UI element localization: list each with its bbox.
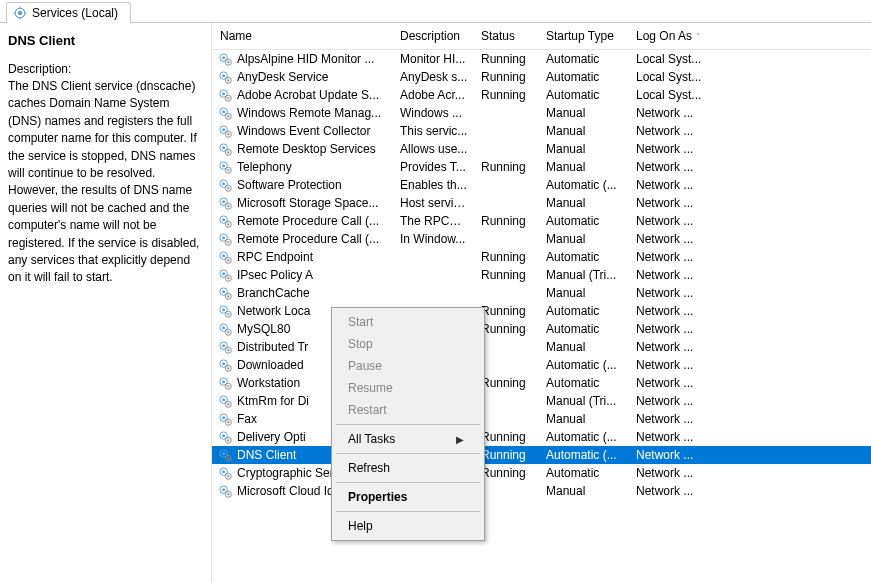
services-table[interactable]: Name Description Status Startup Type Log… <box>212 23 871 500</box>
svg-point-75 <box>222 362 225 365</box>
col-header-status[interactable]: Status <box>475 23 540 50</box>
menu-separator <box>336 424 480 425</box>
service-status: Running <box>475 50 540 69</box>
service-description <box>394 248 475 266</box>
menu-properties[interactable]: Properties <box>334 486 482 508</box>
svg-point-11 <box>222 74 225 77</box>
svg-point-83 <box>222 398 225 401</box>
service-description: Windows ... <box>394 104 475 122</box>
service-name: IPsec Policy A <box>237 268 313 282</box>
table-row[interactable]: IPsec Policy ARunningManual (Tri...Netwo… <box>212 266 871 284</box>
table-row[interactable]: Delivery OptiRunningAutomatic (...Networ… <box>212 428 871 446</box>
svg-point-89 <box>227 421 229 423</box>
service-icon <box>218 286 233 301</box>
service-startup: Automatic <box>540 50 630 69</box>
col-header-logon[interactable]: Log On As˅ <box>630 23 871 50</box>
service-description: Adobe Acr... <box>394 86 475 104</box>
service-icon <box>218 304 233 319</box>
service-startup: Manual <box>540 410 630 428</box>
table-row[interactable]: Cryptographic ServicesProvides t...Runni… <box>212 464 871 482</box>
service-name: Adobe Acrobat Update S... <box>237 88 379 102</box>
service-startup: Manual <box>540 104 630 122</box>
table-row[interactable]: Windows Event CollectorThis servic...Man… <box>212 122 871 140</box>
service-status: Running <box>475 68 540 86</box>
service-icon <box>218 358 233 373</box>
table-row[interactable]: Software ProtectionEnables th...Automati… <box>212 176 871 194</box>
service-description: The RPCSS... <box>394 212 475 230</box>
table-row[interactable]: DownloadedAutomatic (...Network ... <box>212 356 871 374</box>
table-row[interactable]: WorkstationRunningAutomaticNetwork ... <box>212 374 871 392</box>
service-icon <box>218 466 233 481</box>
table-row[interactable]: Microsoft Storage Space...Host servic...… <box>212 194 871 212</box>
svg-point-87 <box>222 416 225 419</box>
table-row[interactable]: Distributed TrManualNetwork ... <box>212 338 871 356</box>
table-row[interactable]: Remote Procedure Call (...In Window...Ma… <box>212 230 871 248</box>
service-startup: Automatic (... <box>540 428 630 446</box>
table-row[interactable]: Remote Desktop ServicesAllows use...Manu… <box>212 140 871 158</box>
table-row[interactable]: AnyDesk ServiceAnyDesk s...RunningAutoma… <box>212 68 871 86</box>
selected-service-title: DNS Client <box>8 33 203 48</box>
service-logon: Network ... <box>630 446 871 464</box>
menu-separator <box>336 482 480 483</box>
table-row[interactable]: Network LocaRunningAutomaticNetwork ... <box>212 302 871 320</box>
table-row[interactable]: KtmRm for DiManual (Tri...Network ... <box>212 392 871 410</box>
table-row[interactable]: Microsoft Cloud Identity ...Supports i..… <box>212 482 871 500</box>
service-description: Host servic... <box>394 194 475 212</box>
menu-resume[interactable]: Resume <box>334 377 482 399</box>
table-row[interactable]: MySQL80RunningAutomaticNetwork ... <box>212 320 871 338</box>
menu-restart[interactable]: Restart <box>334 399 482 421</box>
service-name: Distributed Tr <box>237 340 308 354</box>
service-startup: Manual <box>540 158 630 176</box>
svg-point-51 <box>222 254 225 257</box>
service-name: Network Loca <box>237 304 310 318</box>
table-row[interactable]: DNS ClientThe DNS C...RunningAutomatic (… <box>212 446 871 464</box>
menu-stop[interactable]: Stop <box>334 333 482 355</box>
service-startup: Automatic <box>540 68 630 86</box>
service-icon <box>218 214 233 229</box>
service-logon: Local Syst... <box>630 68 871 86</box>
service-startup: Manual <box>540 482 630 500</box>
description-label: Description: <box>8 62 203 76</box>
service-startup: Manual <box>540 284 630 302</box>
svg-point-61 <box>227 295 229 297</box>
table-row[interactable]: RPC EndpointRunningAutomaticNetwork ... <box>212 248 871 266</box>
service-startup: Automatic <box>540 86 630 104</box>
svg-point-105 <box>227 493 229 495</box>
service-logon: Network ... <box>630 338 871 356</box>
service-status: Running <box>475 158 540 176</box>
svg-point-103 <box>222 488 225 491</box>
table-row[interactable]: AlpsAlpine HID Monitor ...Monitor HI...R… <box>212 50 871 69</box>
tab-services-local[interactable]: Services (Local) <box>6 2 131 23</box>
menu-start[interactable]: Start <box>334 311 482 333</box>
service-name: Microsoft Storage Space... <box>237 196 378 210</box>
tab-label: Services (Local) <box>32 6 118 20</box>
service-icon <box>218 376 233 391</box>
service-logon: Network ... <box>630 194 871 212</box>
menu-help[interactable]: Help <box>334 515 482 537</box>
col-header-startup[interactable]: Startup Type <box>540 23 630 50</box>
services-icon <box>13 6 27 20</box>
table-row[interactable]: Windows Remote Manag...Windows ...Manual… <box>212 104 871 122</box>
service-logon: Network ... <box>630 212 871 230</box>
menu-all-tasks[interactable]: All Tasks▶ <box>334 428 482 450</box>
menu-pause[interactable]: Pause <box>334 355 482 377</box>
service-icon <box>218 106 233 121</box>
service-name: Delivery Opti <box>237 430 306 444</box>
table-row[interactable]: Remote Procedure Call (...The RPCSS...Ru… <box>212 212 871 230</box>
table-row[interactable]: FaxManualNetwork ... <box>212 410 871 428</box>
table-row[interactable]: BranchCacheManualNetwork ... <box>212 284 871 302</box>
service-startup: Manual <box>540 230 630 248</box>
svg-point-39 <box>222 200 225 203</box>
col-header-name[interactable]: Name <box>212 23 394 50</box>
service-logon: Network ... <box>630 320 871 338</box>
table-row[interactable]: Adobe Acrobat Update S...Adobe Acr...Run… <box>212 86 871 104</box>
service-name: Software Protection <box>237 178 342 192</box>
service-icon <box>218 232 233 247</box>
service-logon: Network ... <box>630 302 871 320</box>
table-row[interactable]: TelephonyProvides T...RunningManualNetwo… <box>212 158 871 176</box>
service-description: Monitor HI... <box>394 50 475 69</box>
svg-point-21 <box>227 115 229 117</box>
service-icon <box>218 340 233 355</box>
col-header-description[interactable]: Description <box>394 23 475 50</box>
menu-refresh[interactable]: Refresh <box>334 457 482 479</box>
